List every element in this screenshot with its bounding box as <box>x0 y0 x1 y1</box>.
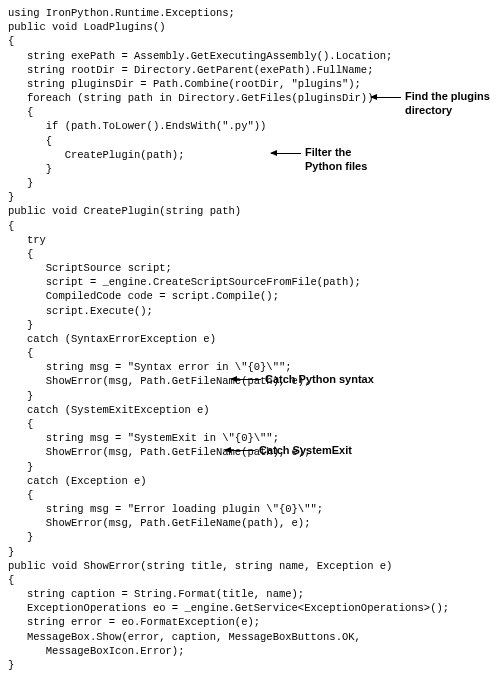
code-line: { <box>8 417 500 431</box>
annotation-find-plugins: Find the plugins directory <box>405 90 490 118</box>
code-line: } <box>8 460 500 474</box>
code-line: catch (SystemExitException e) <box>8 403 500 417</box>
code-line: string exePath = Assembly.GetExecutingAs… <box>8 49 500 63</box>
code-line: string msg = "Error loading plugin \"{0}… <box>8 502 500 516</box>
code-line: string msg = "SystemExit in \"{0}\""; <box>8 431 500 445</box>
code-line: } <box>8 190 500 204</box>
code-line: } <box>8 545 500 559</box>
code-line: ExceptionOperations eo = _engine.GetServ… <box>8 601 500 615</box>
code-line: } <box>8 162 500 176</box>
annotation-catch-syntax: Catch Python syntax <box>265 373 374 387</box>
code-line: catch (Exception e) <box>8 474 500 488</box>
code-line: ShowError(msg, Path.GetFileName(path), e… <box>8 516 500 530</box>
arrow-icon <box>225 450 255 451</box>
code-line: ShowError(msg, Path.GetFileName(path), e… <box>8 374 500 388</box>
code-line: CompiledCode code = script.Compile(); <box>8 289 500 303</box>
code-line: } <box>8 318 500 332</box>
code-line: MessageBox.Show(error, caption, MessageB… <box>8 630 500 644</box>
code-line: { <box>8 34 500 48</box>
code-line: using IronPython.Runtime.Exceptions; <box>8 6 500 20</box>
arrow-icon <box>231 379 261 380</box>
annotation-text: Filter the <box>305 146 367 160</box>
code-line: string error = eo.FormatException(e); <box>8 615 500 629</box>
arrow-icon <box>271 153 301 154</box>
code-line: { <box>8 573 500 587</box>
code-line: script.Execute(); <box>8 304 500 318</box>
annotation-text: Find the plugins <box>405 90 490 104</box>
code-line: } <box>8 658 500 672</box>
code-line: script = _engine.CreateScriptSourceFromF… <box>8 275 500 289</box>
code-line: if (path.ToLower().EndsWith(".py")) <box>8 119 500 133</box>
code-line: } <box>8 176 500 190</box>
annotation-text: Python files <box>305 160 367 174</box>
code-line: ShowError(msg, Path.GetFileName(path), e… <box>8 445 500 459</box>
annotation-filter-python: Filter the Python files <box>305 146 367 174</box>
arrow-icon <box>371 97 401 98</box>
code-line: { <box>8 346 500 360</box>
code-line: { <box>8 247 500 261</box>
code-line: string msg = "Syntax error in \"{0}\""; <box>8 360 500 374</box>
code-line: public void LoadPlugins() <box>8 20 500 34</box>
annotation-text: directory <box>405 104 490 118</box>
code-line: { <box>8 134 500 148</box>
code-line: public void CreatePlugin(string path) <box>8 204 500 218</box>
code-line: } <box>8 530 500 544</box>
code-line: string rootDir = Directory.GetParent(exe… <box>8 63 500 77</box>
code-line: ScriptSource script; <box>8 261 500 275</box>
code-line: { <box>8 219 500 233</box>
code-line: MessageBoxIcon.Error); <box>8 644 500 658</box>
code-line: public void ShowError(string title, stri… <box>8 559 500 573</box>
annotation-text: Catch SystemExit <box>259 444 352 456</box>
code-line: CreatePlugin(path); <box>8 148 500 162</box>
annotation-catch-systemexit: Catch SystemExit <box>259 444 352 458</box>
code-line: catch (SyntaxErrorException e) <box>8 332 500 346</box>
code-line: { <box>8 488 500 502</box>
code-line: try <box>8 233 500 247</box>
code-line: string caption = String.Format(title, na… <box>8 587 500 601</box>
code-line: } <box>8 389 500 403</box>
annotation-text: Catch Python syntax <box>265 373 374 385</box>
code-line: string pluginsDir = Path.Combine(rootDir… <box>8 77 500 91</box>
